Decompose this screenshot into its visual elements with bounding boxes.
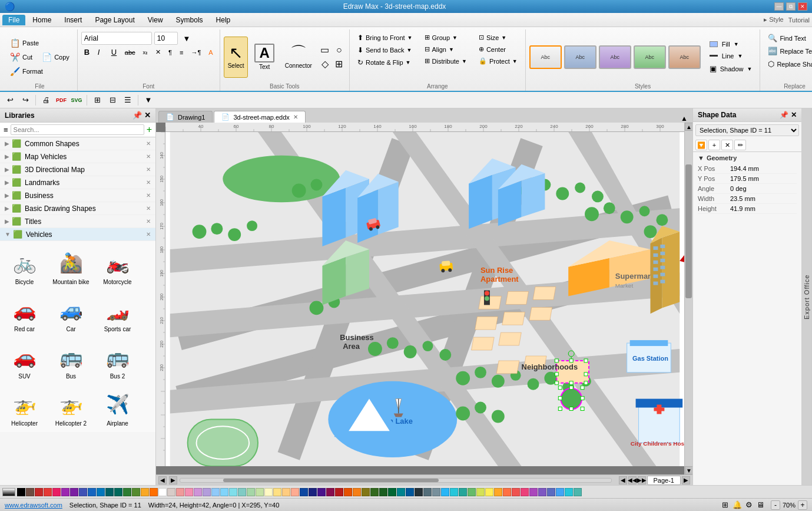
protect-button[interactable]: 🔒 Protect ▼ xyxy=(475,55,522,67)
color-cell-ce93d8[interactable] xyxy=(194,488,202,496)
color-cell-f57f17[interactable] xyxy=(353,488,361,496)
lib-item-common-shapes[interactable]: ▶ 🟩 Common Shapes ✕ xyxy=(0,137,155,150)
color-cell-f48fb1[interactable] xyxy=(185,488,193,496)
color-cell-81d4fa[interactable] xyxy=(220,488,228,496)
scroll-thumb-vertical[interactable] xyxy=(685,164,692,299)
lib-item-map-vehicles[interactable]: ▶ 🟩 Map Vehicles ✕ xyxy=(0,150,155,163)
color-cell-d4e157[interactable] xyxy=(476,488,485,496)
style-preset-2[interactable]: Abc xyxy=(564,45,596,69)
website-link[interactable]: www.edrawsoft.com xyxy=(5,502,62,509)
drawing-canvas[interactable]: Civan Lake xyxy=(165,132,684,466)
hscroll-right[interactable]: ▶ xyxy=(169,476,177,484)
bold-button[interactable]: B xyxy=(81,47,93,58)
center-button[interactable]: ⊕ Center xyxy=(475,44,522,55)
restore-button[interactable]: ⧉ xyxy=(786,2,796,11)
color-cell-ffcc80[interactable] xyxy=(282,488,290,496)
page-first[interactable]: ◀◀ xyxy=(628,476,637,484)
menu-help[interactable]: Help xyxy=(210,15,237,25)
tab-3d-map-close[interactable]: ✕ xyxy=(293,114,298,120)
paste-button[interactable]: 📋Paste xyxy=(6,37,74,50)
color-picker-button[interactable] xyxy=(2,488,15,496)
scroll-up-button[interactable]: ▲ xyxy=(685,123,692,131)
format-painter-button[interactable]: 🖌️Format xyxy=(6,65,74,78)
rotate-flip-button[interactable]: ↻ Rotate & Flip ▼ xyxy=(353,57,417,68)
lib-search-input[interactable] xyxy=(11,124,144,135)
tab-3d-map[interactable]: 📄 3d-street-map.eddx ✕ xyxy=(214,111,305,123)
color-cell-ef9a9a[interactable] xyxy=(176,488,184,496)
close-button[interactable]: ✕ xyxy=(798,2,807,11)
toolbar-more-button[interactable]: ▼ xyxy=(142,94,155,107)
color-cell-546e7a[interactable] xyxy=(423,488,432,496)
hscroll-left[interactable]: ◀ xyxy=(158,476,167,484)
sd-edit-btn[interactable]: ✏ xyxy=(734,140,746,150)
color-cell-e65100[interactable] xyxy=(344,488,352,496)
lib-item-basic-drawing[interactable]: ▶ 🟩 Basic Drawing Shapes ✕ xyxy=(0,202,155,215)
distribute-button[interactable]: ⊞ Distribute ▼ xyxy=(420,55,471,67)
color-cell-d7ccc8[interactable] xyxy=(167,488,175,496)
style-link[interactable]: ▸ Style xyxy=(764,16,784,24)
color-cell-f9a825[interactable] xyxy=(141,488,149,496)
menu-view[interactable]: View xyxy=(142,15,169,25)
grid-view-button[interactable]: ⊟ xyxy=(106,94,119,107)
lib-item-landmarks[interactable]: ▶ 🟩 Landmarks ✕ xyxy=(0,176,155,189)
color-cell-26c6da[interactable] xyxy=(450,488,458,496)
lib-close-vehicles[interactable]: ✕ xyxy=(146,231,151,238)
list-view-button[interactable]: ☰ xyxy=(121,94,134,107)
status-icon-2[interactable]: 🔔 xyxy=(732,500,743,510)
menu-home[interactable]: Home xyxy=(26,15,57,25)
color-cell-ef5350[interactable] xyxy=(512,488,520,496)
replace-text-button[interactable]: 🔤Replace Text xyxy=(764,45,812,57)
shape-bicycle[interactable]: 🚲 Bicycle xyxy=(2,243,47,288)
canvas-scroll-area[interactable]: 40 60 80 100 120 140 160 180 200 220 240… xyxy=(156,123,692,474)
color-cell-ffab91[interactable] xyxy=(291,488,299,496)
shape-bus2[interactable]: 🚌 Bus 2 xyxy=(95,338,140,383)
color-cell-a5d6a7[interactable] xyxy=(247,488,255,496)
color-cell-880e4f[interactable] xyxy=(326,488,334,496)
shape-car[interactable]: 🚙 Car xyxy=(49,291,93,335)
shape-circle-button[interactable]: ○ xyxy=(333,44,346,57)
color-cell-42a5f5[interactable] xyxy=(556,488,564,496)
color-cell-6d4c41[interactable] xyxy=(26,488,34,496)
hscroll-thumb[interactable] xyxy=(223,479,439,482)
color-cell-fff9c4[interactable] xyxy=(264,488,273,496)
color-cell-1a237e[interactable] xyxy=(309,488,317,496)
tab-drawing1[interactable]: 📄 Drawing1 xyxy=(158,111,213,123)
strikethrough-button[interactable]: abc xyxy=(122,48,138,57)
style-preset-3[interactable]: Abc xyxy=(599,45,631,69)
indent-button[interactable]: →¶ xyxy=(188,48,204,57)
color-cell-ff7043[interactable] xyxy=(503,488,511,496)
color-cell-33691e[interactable] xyxy=(370,488,379,496)
color-cell-2e7d32[interactable] xyxy=(123,488,131,496)
color-cell-558b2f[interactable] xyxy=(132,488,140,496)
color-cell-0277bd[interactable] xyxy=(97,488,105,496)
style-preset-1[interactable]: Abc xyxy=(529,45,562,69)
sd-delete-btn[interactable]: ✕ xyxy=(721,140,733,150)
font-name-input[interactable] xyxy=(81,32,152,45)
color-cell-7e57c2[interactable] xyxy=(538,488,546,496)
lib-close-map-vehicles[interactable]: ✕ xyxy=(146,153,151,160)
lib-close-titles[interactable]: ✕ xyxy=(146,218,151,225)
color-cell-5c6bc0[interactable] xyxy=(547,488,555,496)
shadow-button[interactable]: ▣Shadow▼ xyxy=(705,62,757,75)
zoom-in-button[interactable]: + xyxy=(798,500,807,510)
lib-close-common[interactable]: ✕ xyxy=(146,140,151,147)
sd-filter-btn[interactable]: 🔽 xyxy=(695,140,707,150)
line-button[interactable]: Line▼ xyxy=(705,51,757,61)
fill-button[interactable]: Fill▼ xyxy=(705,39,757,50)
color-cell-4db6ac[interactable] xyxy=(574,488,582,496)
color-cell-ec407a[interactable] xyxy=(521,488,529,496)
color-cell-b71c1c[interactable] xyxy=(335,488,343,496)
lib-close-landmarks[interactable]: ✕ xyxy=(146,179,151,186)
lib-close-basic-drawing[interactable]: ✕ xyxy=(146,205,151,212)
highlight-button[interactable]: A xyxy=(206,48,216,57)
style-preset-5[interactable]: Abc xyxy=(668,45,701,69)
color-cell-006064[interactable] xyxy=(105,488,114,496)
color-cell-3f51b5[interactable] xyxy=(79,488,87,496)
scroll-track-vertical[interactable] xyxy=(685,131,692,466)
underline-button[interactable]: U xyxy=(108,47,120,58)
lib-close-business[interactable]: ✕ xyxy=(146,192,151,199)
lib-add-button[interactable]: + xyxy=(147,124,152,135)
minimize-button[interactable]: — xyxy=(774,2,784,11)
color-cell-b39ddb[interactable] xyxy=(203,488,211,496)
shape-data-pin[interactable]: 📌 xyxy=(780,111,788,119)
